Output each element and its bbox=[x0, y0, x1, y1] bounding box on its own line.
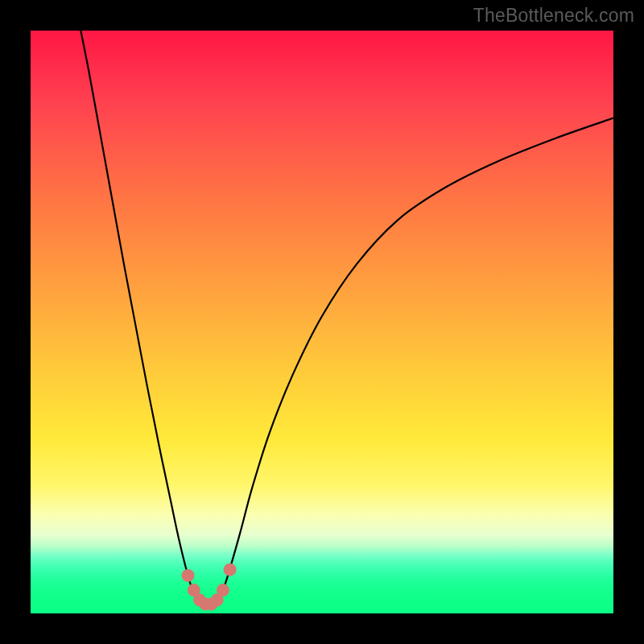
salmon-dot bbox=[217, 584, 229, 597]
outer-frame: TheBottleneck.com bbox=[0, 0, 644, 644]
salmon-dot bbox=[224, 564, 237, 576]
salmon-dots-group bbox=[181, 564, 236, 611]
curves-svg bbox=[31, 31, 613, 613]
left-curve bbox=[77, 31, 200, 602]
plot-area bbox=[31, 31, 613, 613]
right-curve bbox=[217, 118, 613, 602]
watermark-text: TheBottleneck.com bbox=[473, 5, 634, 27]
salmon-dot bbox=[181, 569, 194, 582]
